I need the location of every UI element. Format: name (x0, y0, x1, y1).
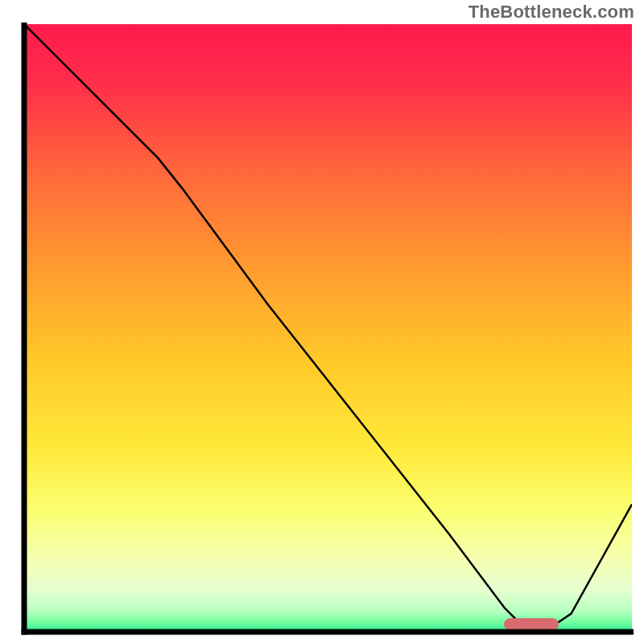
svg-rect-0 (24, 24, 632, 632)
plot-area (24, 24, 632, 632)
attribution-label: TheBottleneck.com (469, 2, 634, 23)
background-gradient (24, 24, 632, 632)
chart-container: TheBottleneck.com (0, 0, 644, 644)
